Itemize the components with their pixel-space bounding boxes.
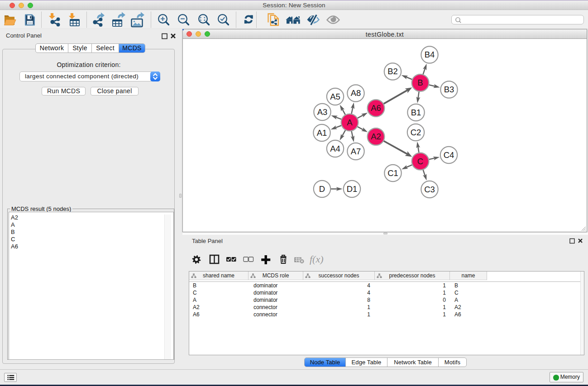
svg-text:B: B <box>417 78 423 87</box>
svg-text:C4: C4 <box>444 150 454 160</box>
svg-text:A2: A2 <box>371 132 381 141</box>
svg-text:f(x): f(x) <box>310 253 324 265</box>
svg-text:A8: A8 <box>351 88 361 98</box>
svg-text:A: A <box>347 118 353 127</box>
svg-text:A6: A6 <box>371 103 381 113</box>
svg-text:C3: C3 <box>424 185 435 194</box>
svg-text:B2: B2 <box>387 67 398 76</box>
svg-text:B1: B1 <box>411 108 421 117</box>
svg-text:A1: A1 <box>317 128 327 138</box>
svg-text:B4: B4 <box>425 50 435 59</box>
svg-text:A7: A7 <box>351 147 361 156</box>
svg-text:A4: A4 <box>330 144 340 153</box>
svg-text:A5: A5 <box>330 92 340 101</box>
svg-text:C1: C1 <box>387 168 398 178</box>
svg-text:B3: B3 <box>444 85 454 94</box>
svg-text:C2: C2 <box>411 128 421 137</box>
svg-text:D: D <box>319 184 325 194</box>
svg-text:A3: A3 <box>317 107 328 117</box>
svg-text:C: C <box>417 157 423 166</box>
svg-text:D1: D1 <box>347 184 358 194</box>
